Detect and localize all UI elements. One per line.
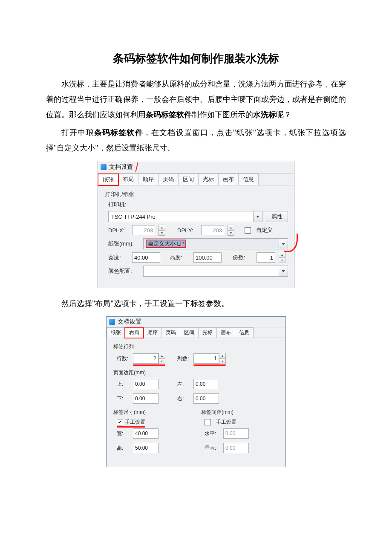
margin-top-label: 上: — [117, 381, 130, 388]
screenshot-2: 文档设置 纸张 布局 顺序 页码 区间 光标 画布 信息 标签行列 行数: — [46, 316, 346, 467]
tab-canvas[interactable]: 画布 — [216, 327, 235, 338]
row-gap-h: 水平: 0.00 — [200, 428, 280, 439]
tab-page[interactable]: 页码 — [161, 327, 180, 338]
height-label: 高度: — [170, 254, 190, 261]
size-h-input[interactable]: 50.00 — [133, 443, 159, 453]
size-w-input[interactable]: 40.00 — [133, 428, 159, 439]
cols-label: 列数: — [177, 355, 190, 362]
printer-label: 打印机: — [108, 201, 129, 208]
height-input[interactable]: 100.00 — [193, 252, 222, 263]
gap-v-input[interactable]: 0.00 — [223, 443, 249, 453]
tab-canvas[interactable]: 画布 — [218, 173, 239, 185]
copies-label: 份数: — [233, 254, 253, 261]
tab-info[interactable]: 信息 — [238, 173, 259, 185]
tab-range[interactable]: 区间 — [180, 327, 199, 338]
margin-right-label: 右: — [177, 395, 190, 402]
color-config-select[interactable] — [143, 266, 288, 277]
row-size-h: 高: 50.00 — [112, 443, 192, 453]
tab-cursor[interactable]: 光标 — [198, 327, 217, 338]
gap-h-input[interactable]: 0.00 — [223, 428, 249, 439]
row-manual-check: ✔ 手工设置 — [112, 419, 192, 426]
row-rows-cols: 行数: 2 ▴▾ 列数: 1 ▴▾ — [112, 353, 280, 364]
rows-spinner[interactable]: ▴▾ — [159, 353, 165, 364]
manual-annot: ✔ 手工设置 — [117, 419, 145, 426]
row-size-w: 宽: 40.00 — [112, 428, 192, 439]
tab-paper[interactable]: 纸张 — [107, 327, 125, 338]
annotation-stroke — [135, 162, 138, 172]
bold-text: 条码标签软件 — [94, 128, 143, 137]
row-gap-manual: 手工设置 — [200, 419, 280, 426]
margin-top-input[interactable]: 0.00 — [133, 379, 159, 389]
size-w-label: 宽: — [117, 430, 130, 437]
chevron-down-icon — [256, 216, 259, 218]
manual-gap-label: 手工设置 — [216, 419, 236, 426]
tab-order[interactable]: 顺序 — [138, 173, 159, 185]
chevron-down-icon — [282, 270, 285, 272]
margin-left-label: 左: — [177, 381, 190, 388]
tab-paper[interactable]: 纸张 — [98, 174, 118, 185]
bold-text: 条码标签软件 — [146, 110, 192, 119]
dialog-title: 文档设置 — [118, 318, 141, 326]
text: 制作如下图所示的 — [192, 110, 253, 119]
manual-gap-checkbox[interactable] — [205, 419, 211, 425]
tab-layout[interactable]: 布局 — [118, 173, 138, 185]
text: 打开中琅 — [61, 128, 94, 137]
titlebar: 文档设置 — [98, 161, 294, 173]
dropdown-button[interactable] — [279, 266, 288, 276]
row-printer-label: 打印机: — [104, 201, 288, 208]
rows-field-annot: 2 ▴▾ — [133, 353, 165, 364]
group-label-size: 标签尺寸(mm) ✔ 手工设置 宽: 40.00 高: — [112, 409, 192, 456]
dpiy-spinner[interactable]: ▴▾ — [228, 225, 234, 236]
margin-bottom-input[interactable]: 0.00 — [133, 393, 159, 404]
margin-right-input[interactable]: 0.00 — [193, 393, 219, 404]
tab-layout[interactable]: 布局 — [125, 328, 144, 338]
paper-size-select[interactable]: 自定义大小 LP — [143, 238, 288, 249]
custom-dpi-checkbox[interactable] — [245, 227, 251, 234]
screenshot-1: 文档设置 纸张 布局 顺序 页码 区间 光标 画布 信息 打印机/纸张 打印机: — [46, 161, 346, 288]
row-printer-select: TSC TTP-244 Pro 属性 — [104, 211, 288, 222]
cols-spinner[interactable]: ▴▾ — [219, 353, 226, 364]
tab-order[interactable]: 顺序 — [143, 327, 162, 338]
group-label-gap: 标签间距(mm) 手工设置 水平: 0.00 垂直: 0.00 — [200, 409, 280, 456]
group-title: 标签尺寸(mm) — [112, 409, 192, 416]
group-rows-cols: 标签行列 行数: 2 ▴▾ 列数: 1 ▴▾ — [112, 343, 280, 364]
document-settings-dialog: 文档设置 纸张 布局 顺序 页码 区间 光标 画布 信息 标签行列 行数: — [106, 316, 286, 467]
panel-paper: 打印机/纸张 打印机: TSC TTP-244 Pro 属性 DPI-X: 20 — [98, 185, 294, 288]
dropdown-button[interactable] — [279, 239, 288, 249]
paragraph-1: 水洗标，主要是让消费者能够从原料的成分和含量，洗涤方法两方面进行参考，在穿着的过… — [46, 76, 346, 122]
article-title: 条码标签软件如何制作服装水洗标 — [46, 51, 346, 66]
tab-range[interactable]: 区间 — [178, 173, 199, 185]
row-dpi: DPI-X: 203 ▴▾ DPI-Y: 203 ▴▾ 自定义 — [104, 225, 288, 236]
text: 呢？ — [276, 110, 291, 119]
properties-button[interactable]: 属性 — [266, 211, 288, 222]
cols-input[interactable]: 1 — [193, 353, 219, 364]
app-icon — [101, 164, 107, 170]
printer-select[interactable]: TSC TTP-244 Pro — [108, 211, 262, 222]
tab-info[interactable]: 信息 — [235, 327, 254, 338]
copies-input[interactable]: 1 — [257, 252, 275, 263]
dpiy-input[interactable]: 203 — [201, 225, 224, 235]
tab-cursor[interactable]: 光标 — [198, 173, 219, 185]
dpix-spinner[interactable]: ▴▾ — [159, 225, 165, 236]
panel-layout: 标签行列 行数: 2 ▴▾ 列数: 1 ▴▾ — [107, 338, 285, 467]
dropdown-button[interactable] — [253, 211, 262, 222]
rows-label: 行数: — [117, 355, 130, 362]
paragraph-3: 然后选择"布局"选项卡，手工设置一下标签参数。 — [46, 296, 346, 311]
manual-size-label: 手工设置 — [125, 419, 145, 426]
width-input[interactable]: 40.00 — [132, 252, 160, 263]
group-title: 打印机/纸张 — [104, 191, 288, 198]
margin-left-input[interactable]: 0.00 — [193, 379, 219, 389]
copies-spinner[interactable]: ▴▾ — [279, 252, 285, 263]
dialog-title: 文档设置 — [109, 163, 133, 171]
row-paper-size: 纸张(mm): 自定义大小 LP — [104, 238, 288, 249]
bold-text: 水洗标 — [253, 110, 276, 119]
rows-input[interactable]: 2 — [133, 353, 159, 364]
tab-page[interactable]: 页码 — [158, 173, 179, 185]
dpix-input[interactable]: 203 — [132, 225, 155, 235]
dpiy-label: DPI-Y: — [177, 227, 198, 234]
document-page: 条码标签软件如何制作服装水洗标 水洗标，主要是让消费者能够从原料的成分和含量，洗… — [0, 0, 392, 509]
manual-size-checkbox[interactable]: ✔ — [117, 419, 123, 425]
gap-v-label: 垂直: — [205, 445, 220, 452]
cols-field-annot: 1 ▴▾ — [193, 353, 226, 364]
size-gap-row: 标签尺寸(mm) ✔ 手工设置 宽: 40.00 高: — [112, 409, 280, 461]
